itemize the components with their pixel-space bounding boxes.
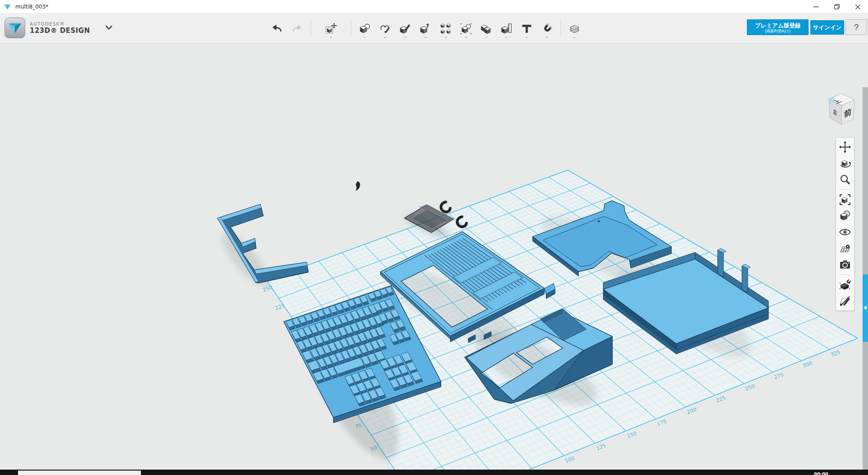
dropdown-caret-icon bbox=[384, 37, 386, 38]
restore-button[interactable] bbox=[827, 0, 847, 13]
material-icon[interactable] bbox=[568, 18, 581, 39]
signin-button[interactable]: サインイン bbox=[810, 20, 844, 35]
scene-3d[interactable]: 2550751001251501752002252502753003252502… bbox=[0, 44, 868, 475]
app-window: 2550751001251501752002252502753003252502… bbox=[0, 0, 868, 475]
premium-register-sublabel: (商業利用向け) bbox=[747, 29, 808, 33]
snap-icon[interactable] bbox=[540, 18, 554, 39]
measure-icon[interactable] bbox=[500, 18, 513, 39]
camera-icon[interactable] bbox=[837, 256, 853, 273]
dropdown-caret-icon bbox=[404, 37, 407, 38]
titlebar: multi8_003* bbox=[0, 0, 868, 13]
dropdown-caret-icon bbox=[363, 37, 366, 38]
right-scrollbar-track bbox=[863, 87, 868, 475]
minimize-button[interactable] bbox=[806, 0, 827, 13]
brand-block: AUTODESK® 123D® DESIGN bbox=[5, 18, 115, 38]
toolbar-separator bbox=[561, 20, 561, 37]
eye-icon[interactable] bbox=[837, 224, 853, 240]
main-toolbar: AUTODESK® 123D® DESIGN プレミアム版登録 (商業利用向け)… bbox=[0, 13, 868, 44]
redo-icon[interactable] bbox=[290, 18, 304, 39]
right-scrollbar-thumb[interactable] bbox=[863, 274, 868, 342]
orbit-icon[interactable] bbox=[837, 155, 853, 171]
premium-register-button[interactable]: プレミアム版登録 (商業利用向け) bbox=[747, 19, 809, 35]
background-window-edge bbox=[18, 471, 141, 475]
construct-icon[interactable] bbox=[398, 18, 412, 39]
dropdown-caret-icon bbox=[465, 37, 467, 38]
dropdown-caret-icon bbox=[546, 37, 548, 38]
shade-icon[interactable] bbox=[837, 208, 853, 224]
combine-icon[interactable] bbox=[479, 18, 493, 39]
pan-icon[interactable] bbox=[837, 139, 853, 155]
primitives-icon[interactable] bbox=[358, 18, 371, 39]
toolbar-separator bbox=[839, 189, 851, 190]
dropdown-caret-icon bbox=[485, 37, 488, 38]
brand-123d-label: 123D® DESIGN bbox=[30, 27, 90, 35]
premium-register-label: プレミアム版登録 bbox=[747, 22, 808, 29]
toolbar-separator bbox=[311, 20, 311, 37]
dropdown-caret-icon bbox=[330, 37, 332, 38]
toolbar-separator bbox=[351, 20, 351, 37]
background-clock-text: 00:00 bbox=[814, 472, 828, 475]
undo-icon[interactable] bbox=[270, 18, 284, 39]
help-button[interactable]: ? bbox=[845, 19, 867, 35]
pattern-icon[interactable] bbox=[439, 18, 452, 39]
dropdown-caret-icon bbox=[505, 37, 508, 38]
modify-icon[interactable] bbox=[419, 18, 432, 39]
sketch-icon[interactable] bbox=[378, 18, 392, 39]
zoom-icon[interactable] bbox=[837, 171, 853, 188]
group-icon[interactable] bbox=[459, 18, 473, 39]
fit-icon[interactable] bbox=[837, 192, 853, 208]
snap-box-icon[interactable] bbox=[837, 277, 853, 293]
app-tile-icon bbox=[5, 18, 25, 38]
dropdown-caret-icon bbox=[424, 37, 427, 38]
panel-collapse-arrow-icon[interactable] bbox=[863, 305, 867, 310]
close-button[interactable] bbox=[847, 0, 868, 13]
background-taskbar-strip: 00:00 bbox=[0, 470, 868, 475]
document-title: multi8_003* bbox=[15, 0, 48, 13]
toolbar-separator bbox=[839, 274, 851, 275]
toolbar-tools bbox=[270, 13, 581, 44]
view-cube[interactable]: 上 前 左 bbox=[823, 89, 864, 131]
dropdown-caret-icon bbox=[444, 37, 447, 38]
app-logo-icon bbox=[4, 3, 11, 10]
view-nav-toolbar bbox=[836, 137, 854, 311]
dropdown-caret-icon bbox=[525, 37, 528, 38]
transform-icon[interactable] bbox=[324, 18, 338, 39]
sketch-hide-icon[interactable] bbox=[837, 293, 853, 309]
dropdown-caret-icon bbox=[573, 37, 576, 38]
app-menu-chevron-icon[interactable] bbox=[103, 22, 115, 34]
text-icon[interactable] bbox=[520, 18, 533, 39]
viewport-canvas[interactable]: 2550751001251501752002252502753003252502… bbox=[0, 44, 868, 470]
brand-autodesk-label: AUTODESK® bbox=[30, 22, 90, 27]
grid-eye-icon[interactable] bbox=[837, 240, 853, 256]
